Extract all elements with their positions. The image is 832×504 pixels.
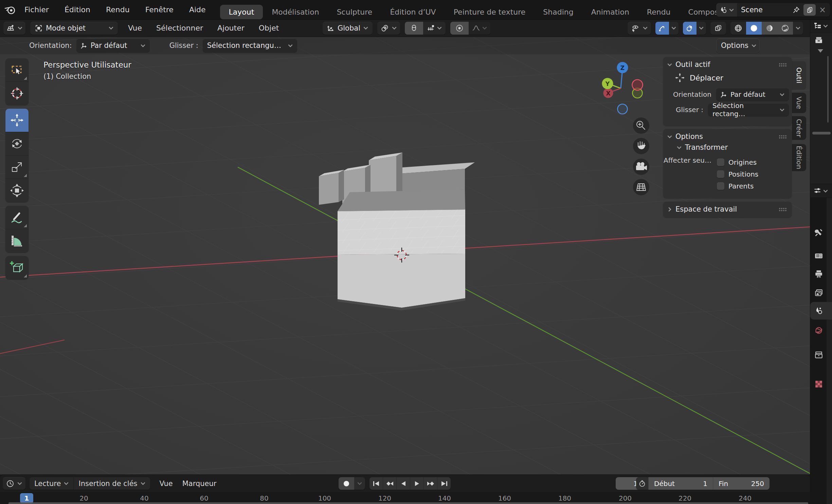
snap-toggle[interactable]	[405, 22, 423, 35]
tool-3d-cursor[interactable]	[5, 82, 29, 105]
tab-modelisation[interactable]: Modélisation	[263, 5, 328, 19]
tool-drag-selector[interactable]: Sélection rectangu…	[203, 39, 297, 52]
shading-settings-dropdown[interactable]	[793, 22, 803, 35]
panel-drag-grip[interactable]	[779, 208, 787, 211]
auto-key-settings-dropdown[interactable]	[354, 477, 365, 490]
tab-animation[interactable]: Animation	[582, 5, 638, 19]
tab-layout[interactable]: Layout	[220, 5, 263, 19]
outliner-horizontal-scrollbar[interactable]	[812, 132, 831, 134]
shading-material-button[interactable]	[762, 22, 777, 35]
menu-fichier[interactable]: Fichier	[22, 5, 51, 14]
overlays-settings-dropdown[interactable]	[697, 22, 706, 35]
tab-edition-uv[interactable]: Édition d’UV	[381, 5, 445, 19]
menu-rendu[interactable]: Rendu	[104, 5, 132, 14]
panel-workspace-header[interactable]: Espace de travail	[663, 202, 792, 215]
frame-end-field[interactable]: Fin 250	[713, 477, 770, 490]
shading-solid-button[interactable]	[746, 22, 762, 35]
tool-rotate[interactable]	[5, 132, 29, 155]
panel-drag-grip[interactable]	[779, 135, 787, 139]
sidebar-drag-selector[interactable]: Sélection rectang…	[708, 103, 789, 116]
menu-aide[interactable]: Aide	[187, 5, 208, 14]
scene-name[interactable]: Scene	[741, 6, 789, 14]
outliner-collection-row[interactable]	[810, 33, 832, 44]
axis-z-negative-ball[interactable]	[618, 104, 628, 114]
jump-to-start-button[interactable]	[369, 477, 383, 490]
gizmo-settings-dropdown[interactable]	[669, 22, 679, 35]
tab-rendu[interactable]: Rendu	[638, 5, 680, 19]
playback-menu[interactable]: Lecture	[30, 477, 73, 490]
zoom-button[interactable]	[633, 118, 649, 134]
tool-add-cube[interactable]	[5, 256, 29, 279]
jump-to-end-button[interactable]	[437, 477, 451, 490]
timeline-editor-type-button[interactable]	[3, 477, 25, 490]
play-button[interactable]	[410, 477, 423, 490]
camera-view-button[interactable]	[633, 159, 649, 175]
pivot-point-selector[interactable]	[377, 22, 400, 35]
axis-x-ball[interactable]: X	[603, 88, 613, 98]
properties-tab-texture[interactable]	[810, 375, 832, 393]
show-gizmo-toggle[interactable]	[655, 22, 669, 35]
axis-y-ball[interactable]: Y	[602, 78, 613, 89]
tab-sculpture[interactable]: Sculpture	[328, 5, 381, 19]
editor-type-button[interactable]	[3, 22, 25, 35]
mode-selector[interactable]: Mode objet	[30, 22, 118, 35]
navigation-gizmo[interactable]: X Y Z	[602, 62, 643, 114]
outliner-vertical-scrollbar[interactable]	[827, 56, 829, 123]
sidebar-tab-creer[interactable]: Créer	[792, 116, 806, 140]
timeline-menu-vue[interactable]: Vue	[157, 480, 176, 488]
previous-keyframe-button[interactable]	[383, 477, 396, 490]
frame-start-field[interactable]: Début 1	[648, 477, 713, 490]
subpanel-transform-header[interactable]: Transformer	[663, 143, 792, 154]
sidebar-tab-outil[interactable]: Outil	[792, 61, 806, 90]
scene-name-field[interactable]: Scene ×	[737, 3, 830, 17]
properties-tab-world[interactable]	[810, 322, 832, 339]
checkbox-origines[interactable]	[717, 159, 724, 166]
menu-vue[interactable]: Vue	[126, 24, 144, 32]
menu-ajouter[interactable]: Ajouter	[215, 24, 247, 32]
menu-selectionner[interactable]: Sélectionner	[154, 24, 205, 32]
sidebar-tab-edition[interactable]: Édition	[792, 144, 806, 171]
tool-measure[interactable]	[5, 229, 29, 252]
menu-objet[interactable]: Objet	[257, 24, 281, 32]
transform-orientation-selector[interactable]: Global	[323, 22, 373, 35]
panel-active-tool-header[interactable]: Outil actif	[663, 57, 792, 71]
ortho-grid-button[interactable]	[633, 179, 649, 195]
pin-icon[interactable]	[793, 6, 800, 14]
properties-tab-tool[interactable]	[810, 224, 832, 241]
keying-menu[interactable]: Insertion de clés	[73, 477, 150, 490]
checkbox-parents[interactable]	[717, 182, 724, 190]
play-reverse-button[interactable]	[396, 477, 410, 490]
outliner-disclosure-triangle[interactable]	[818, 49, 823, 53]
timeline-ruler[interactable]: 20 40 60 80 100 120 140 160 180 200 220 …	[0, 492, 810, 504]
properties-tab-view-layer[interactable]	[810, 284, 832, 302]
scene-object[interactable]	[319, 152, 475, 310]
show-overlays-toggle[interactable]	[683, 22, 697, 35]
menu-edition[interactable]: Édition	[62, 5, 92, 14]
sidebar-orientation-selector[interactable]: Par défaut	[716, 88, 789, 101]
properties-tab-scene[interactable]	[810, 302, 832, 320]
tool-orientation-selector[interactable]: Par défaut	[76, 39, 150, 52]
panel-drag-grip[interactable]	[779, 63, 787, 67]
proportional-falloff-dropdown[interactable]	[469, 22, 490, 35]
pan-hand-button[interactable]	[633, 138, 649, 154]
timeline-menu-marqueur[interactable]: Marqueur	[180, 480, 219, 488]
xray-toggle[interactable]	[710, 22, 726, 35]
playhead[interactable]: 1	[20, 493, 33, 503]
shading-wireframe-button[interactable]	[730, 22, 746, 35]
tool-move[interactable]	[5, 109, 29, 132]
new-scene-button[interactable]	[803, 4, 816, 16]
axis-x-negative-ball[interactable]	[632, 80, 643, 90]
properties-tab-output[interactable]	[810, 265, 832, 283]
snap-settings-dropdown[interactable]	[423, 22, 446, 35]
tab-shading[interactable]: Shading	[534, 5, 582, 19]
sidebar-tab-vue[interactable]: Vue	[792, 93, 806, 113]
tool-annotate[interactable]	[5, 206, 29, 229]
axis-z-ball[interactable]: Z	[617, 62, 628, 73]
unlink-scene-button[interactable]: ×	[819, 5, 826, 15]
properties-editor-icon[interactable]	[814, 187, 822, 195]
next-keyframe-button[interactable]	[423, 477, 437, 490]
outliner-editor-icon[interactable]	[814, 22, 822, 30]
shading-rendered-button[interactable]	[777, 22, 793, 35]
tool-scale[interactable]	[5, 155, 29, 179]
properties-tab-collection[interactable]	[810, 346, 832, 364]
